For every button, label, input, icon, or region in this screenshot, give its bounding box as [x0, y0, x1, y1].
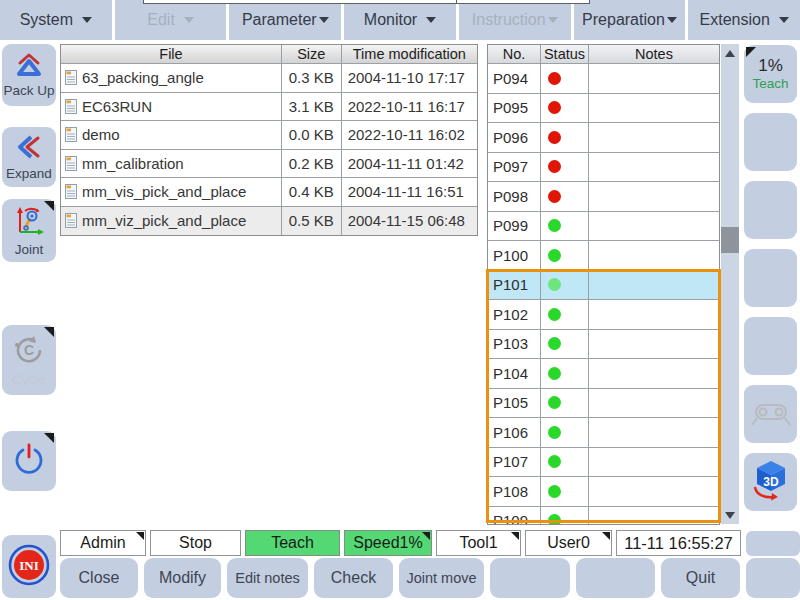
status-dot	[548, 219, 561, 232]
bottom-button-7[interactable]	[576, 558, 655, 598]
file-row[interactable]: demo0.0 KB2022-10-11 16:02	[61, 121, 477, 150]
point-row[interactable]: P104	[488, 359, 719, 389]
user-level-value: Admin	[80, 534, 125, 552]
point-row[interactable]: P102	[488, 300, 719, 330]
menu-system[interactable]: System	[0, 0, 112, 40]
point-note	[589, 418, 719, 447]
file-row[interactable]: mm_viz_pick_and_place0.5 KB2004-11-15 06…	[61, 207, 477, 236]
point-row[interactable]: P107	[488, 448, 719, 478]
file-name: EC63RUN	[82, 98, 152, 115]
right-button-3[interactable]	[744, 181, 797, 239]
point-status-cell	[541, 389, 589, 418]
tool-field[interactable]: Tool1	[436, 530, 521, 556]
menu-label: Parameter	[242, 11, 317, 29]
file-row[interactable]: 63_packing_angle0.3 KB2004-11-10 17:17	[61, 64, 477, 93]
scrollbar-thumb[interactable]	[721, 227, 739, 253]
col-status[interactable]: Status	[541, 45, 589, 63]
menu-bar: System Edit Parameter Monitor Instructio…	[0, 0, 800, 40]
point-no: P107	[488, 448, 541, 477]
point-no: P101	[488, 271, 541, 300]
file-table: File Size Time modification 63_packing_a…	[60, 44, 478, 236]
file-icon	[65, 70, 77, 85]
point-status-cell	[541, 300, 589, 329]
file-row[interactable]: EC63RUN3.1 KB2022-10-11 16:17	[61, 93, 477, 122]
run-state-field[interactable]: Stop	[150, 530, 241, 556]
check-button[interactable]: Check	[314, 558, 393, 598]
point-row[interactable]: P105	[488, 389, 719, 419]
col-file[interactable]: File	[61, 45, 282, 63]
col-size[interactable]: Size	[282, 45, 342, 63]
mode-field[interactable]: Teach	[245, 530, 340, 556]
view-3d-button[interactable]: 3D	[744, 453, 797, 511]
file-size: 3.1 KB	[282, 93, 342, 121]
close-button[interactable]: Close	[60, 558, 138, 598]
teach-pendant-screen: System Edit Parameter Monitor Instructio…	[0, 0, 800, 600]
menu-parameter[interactable]: Parameter	[229, 0, 341, 40]
point-row[interactable]: P099	[488, 212, 719, 242]
scroll-up-icon[interactable]	[721, 44, 739, 62]
user-frame-field[interactable]: User0	[525, 530, 612, 556]
point-row[interactable]: P097	[488, 153, 719, 183]
status-dot	[548, 426, 561, 439]
joint-button[interactable]: Joint	[2, 199, 56, 262]
joint-move-button[interactable]: Joint move	[399, 558, 484, 598]
point-row[interactable]: P103	[488, 330, 719, 360]
gamepad-button[interactable]	[744, 385, 797, 443]
point-row[interactable]: P109	[488, 507, 719, 526]
menu-preparation[interactable]: Preparation	[574, 0, 686, 40]
right-button-2[interactable]	[744, 113, 797, 171]
point-row[interactable]: P096	[488, 123, 719, 153]
expand-button[interactable]: Expand	[2, 127, 56, 187]
quit-button[interactable]: Quit	[661, 558, 740, 598]
status-dot	[548, 396, 561, 409]
file-size: 0.0 KB	[282, 121, 342, 149]
point-note	[589, 477, 719, 506]
file-row[interactable]: mm_calibration0.2 KB2004-11-11 01:42	[61, 150, 477, 179]
menu-monitor[interactable]: Monitor	[344, 0, 456, 40]
point-row[interactable]: P098	[488, 182, 719, 212]
file-row[interactable]: mm_vis_pick_and_place0.4 KB2004-11-11 16…	[61, 178, 477, 207]
point-note	[589, 448, 719, 477]
ini-button[interactable]: INI	[2, 535, 56, 598]
user-level-field[interactable]: Admin	[60, 530, 146, 556]
col-notes[interactable]: Notes	[589, 45, 719, 63]
bottom-button-9[interactable]	[746, 558, 800, 598]
check-label: Check	[331, 569, 376, 587]
menu-label: Instruction	[472, 11, 546, 29]
point-no: P096	[488, 123, 541, 152]
points-table: No. Status Notes P094P095P096P097P098P09…	[487, 44, 720, 525]
pack-up-button[interactable]: Pack Up	[2, 44, 56, 106]
menu-label: System	[20, 11, 73, 29]
speed-field[interactable]: Speed1%	[344, 530, 432, 556]
point-row[interactable]: P095	[488, 94, 719, 124]
bottom-button-6[interactable]	[490, 558, 570, 598]
right-button-5[interactable]	[744, 317, 797, 375]
point-row[interactable]: P108	[488, 477, 719, 507]
edit-notes-button[interactable]: Edit notes	[227, 558, 308, 598]
point-row[interactable]: P106	[488, 418, 719, 448]
file-time: 2004-11-11 16:51	[342, 178, 477, 206]
col-time-modification[interactable]: Time modification	[342, 45, 477, 63]
scroll-down-icon[interactable]	[721, 506, 739, 524]
col-no[interactable]: No.	[488, 45, 541, 63]
svg-text:INI: INI	[19, 558, 39, 573]
modify-label: Modify	[159, 569, 206, 587]
point-status-cell	[541, 153, 589, 182]
point-row[interactable]: P100	[488, 241, 719, 271]
pack-up-icon	[14, 52, 44, 82]
point-row[interactable]: P101	[488, 271, 719, 301]
menu-extension[interactable]: Extension	[688, 0, 800, 40]
chevron-down-icon	[548, 17, 558, 23]
status-dot	[548, 160, 561, 173]
status-dot	[548, 485, 561, 498]
points-scrollbar[interactable]	[721, 44, 739, 524]
modify-button[interactable]: Modify	[144, 558, 221, 598]
speed-mode-button[interactable]: 1% Teach	[744, 45, 797, 103]
point-note	[589, 389, 719, 418]
file-name: mm_viz_pick_and_place	[82, 212, 246, 229]
point-note	[589, 153, 719, 182]
right-button-4[interactable]	[744, 249, 797, 307]
point-row[interactable]: P094	[488, 64, 719, 94]
point-note	[589, 94, 719, 123]
power-button[interactable]	[2, 431, 56, 491]
